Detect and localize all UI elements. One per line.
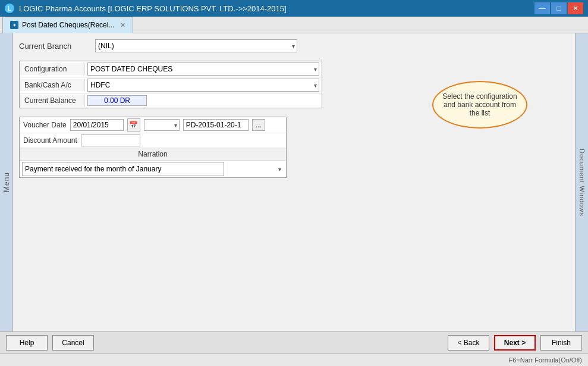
narration-select-wrap: Payment received for the month of Januar… (22, 162, 284, 176)
narration-row: Payment received for the month of Januar… (20, 161, 286, 177)
bank-cash-label: Bank/Cash A/c (20, 79, 85, 91)
maximize-button[interactable]: □ (551, 2, 567, 14)
narration-select[interactable]: Payment received for the month of Januar… (22, 162, 224, 176)
current-balance-field: 0.00 DR (87, 95, 147, 106)
tab-label: Post Dated Cheques(Recei... (22, 21, 114, 29)
content-area: Menu Current Branch (NIL) Configuration (0, 33, 588, 331)
configuration-select-wrap: POST DATED CHEQUES (87, 62, 319, 76)
title-bar-left: L LOGIC Pharma Accounts [LOGIC ERP SOLUT… (5, 4, 287, 13)
voucher-date-input[interactable] (70, 119, 124, 131)
right-sidebar: Document Windows (575, 33, 588, 331)
doc-windows-label: Document Windows (578, 149, 586, 217)
current-balance-label: Current Balance (20, 95, 85, 107)
current-balance-value: 0.00 DR (104, 96, 130, 105)
calendar-button[interactable]: 📅 (127, 118, 140, 132)
minimize-button[interactable]: — (534, 2, 550, 14)
configuration-value-cell: POST DATED CHEQUES (85, 61, 322, 77)
back-button[interactable]: < Back (448, 335, 489, 351)
voucher-date-row: Voucher Date 📅 ... (20, 117, 286, 133)
close-button[interactable]: ✕ (568, 2, 583, 14)
app-icon: L (5, 4, 14, 13)
next-button[interactable]: Next > (494, 335, 536, 351)
tooltip-text: Select the configuration and bank accoun… (438, 92, 521, 117)
tab-close-button[interactable]: ✕ (120, 21, 125, 29)
narration-header: Narration (20, 148, 286, 161)
tab-bar: ✦ Post Dated Cheques(Recei... ✕ (0, 17, 588, 33)
cancel-button[interactable]: Cancel (52, 335, 94, 351)
voucher-no-select[interactable] (144, 119, 180, 131)
voucher-section: Voucher Date 📅 ... Discount Amount (19, 117, 287, 178)
form-area: Current Branch (NIL) Configuration POST … (13, 33, 575, 331)
bank-cash-row: Bank/Cash A/c HDFC (20, 77, 322, 93)
configuration-select[interactable]: POST DATED CHEQUES (87, 62, 319, 76)
current-branch-row: Current Branch (NIL) (19, 39, 569, 52)
help-button[interactable]: Help (6, 335, 48, 351)
discount-amount-row: Discount Amount (20, 133, 286, 148)
menu-label: Menu (2, 172, 11, 192)
bank-cash-select-wrap: HDFC (87, 79, 319, 92)
current-balance-row: Current Balance 0.00 DR (20, 93, 322, 108)
discount-amount-input[interactable] (81, 134, 140, 146)
voucher-number-input[interactable] (183, 119, 249, 131)
main-window: ✦ Post Dated Cheques(Recei... ✕ Menu Cur… (0, 17, 588, 366)
bottom-bar: Help Cancel < Back Next > Finish (0, 331, 588, 353)
title-bar-controls: — □ ✕ (534, 2, 583, 14)
voucher-date-label: Voucher Date (23, 121, 67, 129)
ellipsis-button[interactable]: ... (252, 119, 265, 131)
tab-post-dated-cheques[interactable]: ✦ Post Dated Cheques(Recei... ✕ (2, 17, 133, 33)
left-sidebar: Menu (0, 33, 13, 331)
current-branch-label: Current Branch (19, 42, 90, 51)
tooltip-bubble: Select the configuration and bank accoun… (432, 81, 527, 129)
tab-icon: ✦ (10, 21, 18, 29)
title-bar: L LOGIC Pharma Accounts [LOGIC ERP SOLUT… (0, 0, 588, 17)
status-text: F6=Narr Formula(On/Off) (508, 356, 582, 364)
current-balance-value-cell: 0.00 DR (85, 94, 322, 107)
bank-cash-value-cell: HDFC (85, 77, 322, 93)
config-bank-table: Configuration POST DATED CHEQUES Bank/Ca… (19, 61, 322, 108)
bank-cash-select[interactable]: HDFC (87, 79, 319, 92)
discount-amount-label: Discount Amount (23, 136, 77, 145)
finish-button[interactable]: Finish (540, 335, 582, 351)
status-bar: F6=Narr Formula(On/Off) (0, 353, 588, 366)
configuration-row: Configuration POST DATED CHEQUES (20, 61, 322, 77)
configuration-label: Configuration (20, 63, 85, 75)
current-branch-select-wrap: (NIL) (95, 39, 297, 52)
current-branch-select[interactable]: (NIL) (95, 39, 297, 52)
app-title: LOGIC Pharma Accounts [LOGIC ERP SOLUTIO… (19, 4, 287, 13)
voucher-no-select-wrap (144, 119, 180, 131)
